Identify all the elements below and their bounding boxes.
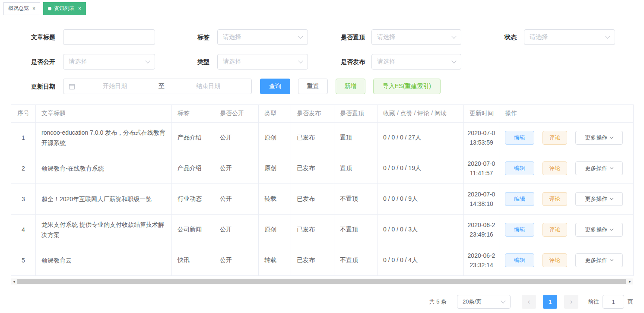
more-actions-label: 更多操作 bbox=[585, 195, 607, 203]
public-select-placeholder: 请选择 bbox=[69, 58, 87, 66]
edit-button[interactable]: 编辑 bbox=[505, 161, 534, 175]
type-cell: 转载 bbox=[259, 184, 291, 215]
page-size-value: 20条/页 bbox=[463, 298, 482, 306]
goto-suffix: 页 bbox=[628, 298, 633, 306]
tag-label: 标签 bbox=[164, 29, 209, 45]
chevron-down-icon bbox=[145, 58, 150, 63]
type-cell: 原创 bbox=[259, 153, 291, 184]
chevron-down-icon bbox=[610, 166, 613, 169]
status-select[interactable]: 请选择 bbox=[524, 29, 615, 45]
scroll-left-icon[interactable]: ◄ bbox=[11, 280, 17, 284]
col-header-type: 类型 bbox=[259, 105, 291, 123]
more-actions-label: 更多操作 bbox=[585, 226, 607, 234]
calendar-icon bbox=[69, 83, 75, 90]
updated-cell: 2020-06-2 23:32:14 bbox=[464, 245, 499, 276]
tab-news-list[interactable]: 资讯列表 × bbox=[43, 2, 86, 15]
public-label: 是否公开 bbox=[11, 54, 55, 70]
edit-button[interactable]: 编辑 bbox=[505, 223, 534, 237]
page-size-select[interactable]: 20条/页 bbox=[457, 295, 511, 309]
type-label: 类型 bbox=[164, 54, 209, 70]
pinned-cell: 不置顶 bbox=[334, 184, 378, 215]
stats-cell: 0 / 0 / 0 / 4人 bbox=[378, 245, 464, 276]
pinned-cell: 置顶 bbox=[334, 123, 378, 153]
comment-button[interactable]: 评论 bbox=[542, 161, 567, 175]
close-icon[interactable]: × bbox=[32, 6, 35, 11]
next-page-button[interactable]: › bbox=[564, 295, 578, 309]
type-select[interactable]: 请选择 bbox=[217, 54, 308, 70]
goto-page-input[interactable] bbox=[603, 295, 624, 309]
updated-cell: 2020-06-2 23:49:16 bbox=[464, 215, 499, 245]
goto-page: 前往 页 bbox=[588, 295, 633, 309]
public-cell: 公开 bbox=[214, 245, 259, 276]
table-row: 2 领课教育-在线教育系统 产品介绍 公开 原创 已发布 置顶 0 / 0 / … bbox=[11, 153, 634, 184]
col-header-published: 是否发布 bbox=[291, 105, 334, 123]
chevron-down-icon bbox=[298, 34, 303, 38]
type-cell: 原创 bbox=[259, 215, 291, 245]
article-title-input[interactable] bbox=[63, 29, 155, 45]
published-cell: 已发布 bbox=[291, 245, 334, 276]
status-label: 状态 bbox=[462, 29, 517, 45]
more-actions-label: 更多操作 bbox=[585, 134, 607, 142]
tab-news-list-label: 资讯列表 bbox=[54, 5, 75, 12]
stats-cell: 0 / 0 / 0 / 3人 bbox=[378, 215, 464, 245]
start-date-placeholder[interactable]: 开始日期 bbox=[77, 82, 153, 90]
articles-table: 序号 文章标题 标签 是否公开 类型 是否发布 是否置顶 收藏 / 点赞 / 评… bbox=[11, 104, 634, 276]
edit-button[interactable]: 编辑 bbox=[505, 253, 534, 267]
public-select[interactable]: 请选择 bbox=[63, 54, 155, 70]
updated-time: 11:41:57 bbox=[466, 168, 497, 178]
tag-select[interactable]: 请选择 bbox=[217, 29, 308, 45]
pinned-cell: 不置顶 bbox=[334, 245, 378, 276]
published-cell: 已发布 bbox=[291, 184, 334, 215]
public-cell: 公开 bbox=[214, 215, 259, 245]
edit-button[interactable]: 编辑 bbox=[505, 192, 534, 206]
more-actions-label: 更多操作 bbox=[585, 256, 607, 264]
published-select[interactable]: 请选择 bbox=[371, 54, 461, 70]
import-es-button[interactable]: 导入ES(重建索引) bbox=[373, 79, 441, 94]
reset-button[interactable]: 重置 bbox=[298, 79, 328, 94]
more-actions-label: 更多操作 bbox=[585, 164, 607, 172]
row-index: 3 bbox=[11, 184, 36, 215]
pagination: 共 5 条 20条/页 ‹ 1 › 前往 页 bbox=[11, 295, 633, 309]
col-header-stats: 收藏 / 点赞 / 评论 / 阅读 bbox=[378, 105, 464, 123]
edit-button[interactable]: 编辑 bbox=[505, 131, 534, 145]
tab-overview[interactable]: 概况总览 × bbox=[3, 2, 40, 15]
active-dot-icon bbox=[48, 7, 51, 10]
add-button[interactable]: 新增 bbox=[336, 79, 365, 94]
comment-button[interactable]: 评论 bbox=[542, 192, 567, 206]
comment-button[interactable]: 评论 bbox=[542, 131, 567, 145]
comment-button[interactable]: 评论 bbox=[542, 223, 567, 237]
scroll-right-icon[interactable]: ► bbox=[627, 280, 633, 284]
more-actions-button[interactable]: 更多操作 bbox=[575, 253, 623, 267]
comment-button[interactable]: 评论 bbox=[542, 253, 567, 267]
col-header-updated: 更新时间 bbox=[464, 105, 499, 123]
col-header-index: 序号 bbox=[11, 105, 36, 123]
end-date-placeholder[interactable]: 结束日期 bbox=[170, 82, 246, 90]
page-number-button[interactable]: 1 bbox=[543, 295, 557, 309]
more-actions-button[interactable]: 更多操作 bbox=[575, 131, 623, 145]
more-actions-button[interactable]: 更多操作 bbox=[575, 192, 623, 206]
status-select-placeholder: 请选择 bbox=[530, 33, 548, 41]
update-date-range-picker[interactable]: 开始日期 至 结束日期 bbox=[63, 79, 252, 94]
pinned-select[interactable]: 请选择 bbox=[371, 29, 461, 45]
tag-cell: 产品介绍 bbox=[172, 123, 214, 153]
row-index: 5 bbox=[11, 245, 36, 276]
scrollbar-thumb[interactable] bbox=[17, 279, 626, 284]
article-title-cell: 领课教育-在线教育系统 bbox=[36, 153, 172, 184]
horizontal-scrollbar[interactable]: ◄ ► bbox=[11, 278, 633, 285]
close-icon[interactable]: × bbox=[78, 6, 81, 11]
public-cell: 公开 bbox=[214, 184, 259, 215]
published-select-placeholder: 请选择 bbox=[377, 58, 395, 66]
published-cell: 已发布 bbox=[291, 153, 334, 184]
prev-page-button[interactable]: ‹ bbox=[522, 295, 536, 309]
pinned-cell: 不置顶 bbox=[334, 215, 378, 245]
updated-cell: 2020-07-0 13:53:59 bbox=[464, 123, 499, 153]
row-index: 4 bbox=[11, 215, 36, 245]
more-actions-button[interactable]: 更多操作 bbox=[575, 223, 623, 237]
article-title-cell: roncoo-education 7.0.0 发布，分布式在线教育开源系统 bbox=[36, 123, 172, 153]
search-button[interactable]: 查询 bbox=[260, 79, 290, 94]
updated-time: 13:53:59 bbox=[466, 138, 497, 147]
more-actions-button[interactable]: 更多操作 bbox=[575, 161, 623, 175]
chevron-down-icon bbox=[610, 258, 613, 261]
chevron-down-icon bbox=[451, 34, 456, 38]
goto-prefix: 前往 bbox=[588, 298, 599, 306]
